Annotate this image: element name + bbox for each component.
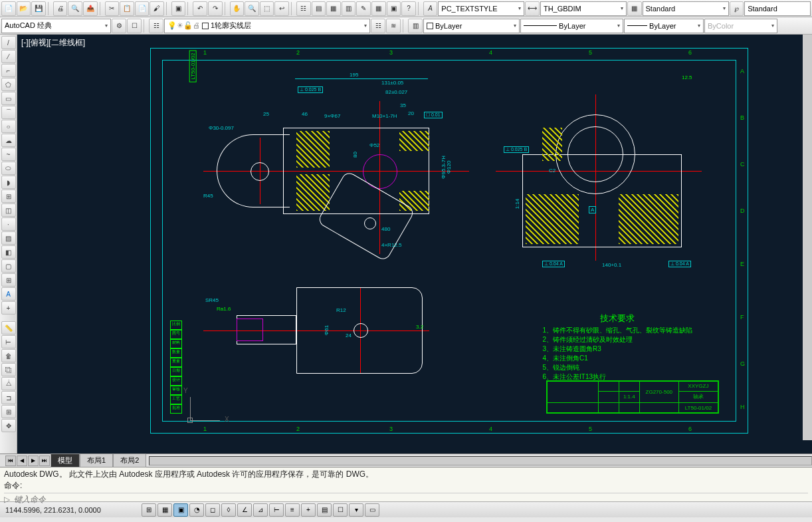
sc-toggle[interactable]: ☐ — [333, 503, 348, 517]
save-button[interactable]: 💾 — [31, 1, 46, 16]
point-tool[interactable]: · — [1, 217, 16, 231]
help-button[interactable]: ? — [401, 1, 416, 16]
redo-button[interactable]: ↷ — [208, 1, 223, 16]
spline-tool[interactable]: ~ — [1, 148, 16, 161]
revcloud-tool[interactable]: ☁ — [1, 134, 16, 147]
textstyle-icon[interactable]: A — [423, 1, 438, 16]
polyline-tool[interactable]: ⌐ — [1, 64, 16, 77]
ducs-toggle[interactable]: ⊿ — [253, 503, 268, 517]
color-dropdown[interactable]: ByLayer▾ — [423, 19, 520, 33]
open-button[interactable]: 📂 — [17, 1, 31, 16]
dimstyle-icon[interactable]: ⟷ — [525, 1, 540, 16]
mirror-tool[interactable]: ⧊ — [1, 377, 16, 390]
gradient-tool[interactable]: ◧ — [1, 245, 16, 259]
linetype-dropdown[interactable]: ByLayer▾ — [520, 19, 623, 33]
move-tool[interactable]: ✥ — [1, 419, 16, 432]
grid-toggle[interactable]: ▦ — [157, 503, 172, 517]
region-tool[interactable]: ▢ — [1, 259, 16, 273]
tab-last[interactable]: ⏭ — [39, 456, 50, 466]
horizontal-scrollbar[interactable] — [149, 456, 812, 465]
line-tool[interactable]: / — [1, 36, 16, 49]
zoomprev-button[interactable]: ↩ — [274, 1, 289, 16]
layer-dropdown[interactable]: 💡☀🔓🖨 1轮廓实线层 ▾ — [164, 19, 370, 33]
pan-button[interactable]: ✋ — [230, 1, 245, 16]
tpy-toggle[interactable]: + — [301, 503, 316, 517]
snap-toggle[interactable]: ⊞ — [142, 503, 156, 517]
model-button[interactable]: ▭ — [365, 503, 379, 517]
tab-model[interactable]: 模型 — [51, 454, 80, 467]
layerprops-button[interactable]: ☷ — [149, 19, 163, 33]
markup-button[interactable]: ✎ — [356, 1, 371, 16]
new-button[interactable]: 📄 — [1, 1, 16, 16]
mlstyle-dropdown[interactable]: Standard — [744, 1, 811, 16]
osnap-toggle[interactable]: ◻ — [205, 503, 220, 517]
rectangle-tool[interactable]: ▭ — [1, 92, 16, 105]
layerstate-button[interactable]: ☷ — [371, 19, 385, 33]
dyn-toggle[interactable]: ⊢ — [269, 503, 284, 517]
arc-tool[interactable]: ⌒ — [1, 106, 16, 119]
tablestyle-dropdown[interactable]: Standard▾ — [643, 1, 729, 16]
am-toggle[interactable]: ▾ — [349, 503, 363, 517]
block2-button[interactable]: ▣ — [387, 1, 401, 16]
undo-button[interactable]: ↶ — [193, 1, 207, 16]
offset-tool[interactable]: ⊐ — [1, 391, 16, 404]
ellipsearc-tool[interactable]: ◗ — [1, 176, 16, 189]
polygon-tool[interactable]: ⬠ — [1, 78, 16, 91]
paste-button[interactable]: 📄 — [135, 1, 150, 16]
mlstyle-icon[interactable]: ℘ — [730, 1, 744, 16]
insert-tool[interactable]: ⊞ — [1, 190, 16, 203]
sheetset-button[interactable]: ▥ — [342, 1, 356, 16]
mtext-tool[interactable]: A — [1, 287, 16, 301]
otrack-toggle[interactable]: ∠ — [237, 503, 252, 517]
addselect-tool[interactable]: + — [1, 301, 16, 315]
designcenter-button[interactable]: ▤ — [312, 1, 326, 16]
copy-tool[interactable]: ⿻ — [1, 363, 16, 376]
dim-tool[interactable]: ⊢ — [1, 335, 16, 348]
array-tool[interactable]: ⊞ — [1, 405, 16, 418]
properties-button[interactable]: ☷ — [296, 1, 311, 16]
tab-prev[interactable]: ◀ — [17, 456, 27, 466]
matchprop-button[interactable]: 🖌 — [150, 1, 164, 16]
zoom-button[interactable]: 🔍 — [245, 1, 259, 16]
polar-toggle[interactable]: ◔ — [189, 503, 204, 517]
plotstyle-dropdown[interactable]: ByColor▾ — [704, 19, 777, 33]
lwt-toggle[interactable]: ≡ — [285, 503, 300, 517]
tab-next[interactable]: ▶ — [28, 456, 39, 466]
tab-first[interactable]: ⏮ — [5, 456, 16, 466]
textstyle-dropdown[interactable]: PC_TEXTSTYLE▾ — [438, 1, 524, 16]
3dosnap-toggle[interactable]: ◊ — [221, 503, 236, 517]
tab-layout2[interactable]: 布局2 — [113, 454, 146, 467]
workspace-settings-button[interactable]: ⚙ — [112, 19, 126, 33]
lineweight-dropdown[interactable]: ByLayer▾ — [624, 19, 704, 33]
toolpalette-button[interactable]: ▦ — [326, 1, 341, 16]
dimstyle-dropdown[interactable]: TH_GBDIM▾ — [540, 1, 627, 16]
zoomwin-button[interactable]: ⬚ — [260, 1, 274, 16]
command-input[interactable] — [13, 493, 808, 505]
print-button[interactable]: 🖨 — [53, 1, 68, 16]
block-tool[interactable]: ◫ — [1, 203, 16, 217]
xline-tool[interactable]: ∕ — [1, 50, 16, 63]
workspace-switch-button[interactable]: ☐ — [127, 19, 142, 33]
block-button[interactable]: ▣ — [171, 1, 186, 16]
drawing-canvas[interactable]: [-][俯视][二维线框] LT50-01/02 1 2 3 4 5 6 1 2… — [17, 35, 812, 454]
preview-button[interactable]: 🔍 — [68, 1, 82, 16]
table-tool[interactable]: ⊞ — [1, 273, 16, 287]
layermatch-button[interactable]: ≋ — [386, 19, 401, 33]
canvas-scrollbar-v[interactable] — [803, 35, 812, 440]
ellipse-tool[interactable]: ⬭ — [1, 162, 16, 175]
color-button[interactable]: ▥ — [408, 19, 423, 33]
ortho-toggle[interactable]: ▣ — [173, 503, 188, 517]
publish-button[interactable]: 📤 — [83, 1, 98, 16]
tab-layout1[interactable]: 布局1 — [80, 454, 113, 467]
erase-tool[interactable]: 🗑 — [1, 349, 16, 362]
dist-tool[interactable]: 📏 — [1, 321, 16, 334]
qp-toggle[interactable]: ▤ — [317, 503, 332, 517]
calc-button[interactable]: ▦ — [371, 1, 386, 16]
tablestyle-icon[interactable]: ▦ — [627, 1, 642, 16]
workspace-dropdown[interactable]: AutoCAD 经典▾ — [1, 19, 111, 33]
hatch-tool[interactable]: ▨ — [1, 231, 16, 245]
circle-tool[interactable]: ○ — [1, 120, 16, 133]
copy-button[interactable]: 📋 — [120, 1, 134, 16]
cut-button[interactable]: ✂ — [105, 1, 120, 16]
coordinates-display[interactable]: 1144.5996, 221.6231, 0.0000 — [3, 506, 132, 514]
